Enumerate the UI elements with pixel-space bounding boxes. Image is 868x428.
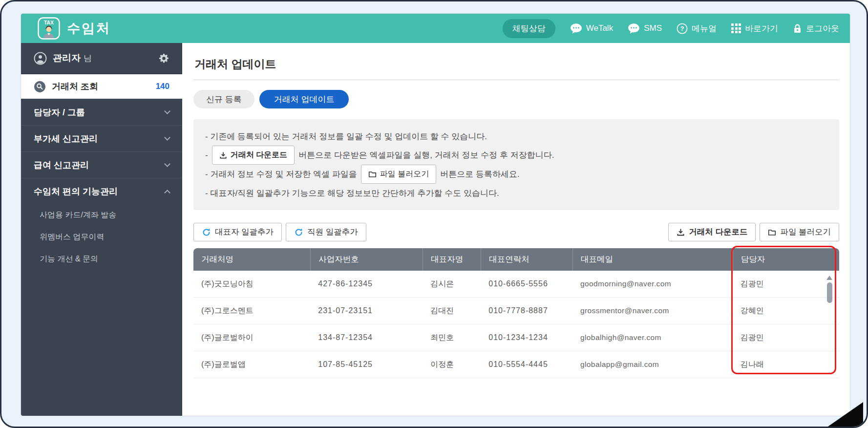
cell-ceo-email: globalhigh@naver.com [572,324,733,351]
chevron-down-icon [164,161,170,167]
top-bar: TAX 수임처 채팅상담 WeTalk [21,14,850,43]
info-box: - 기존에 등록되어 있는 거래처 정보를 일괄 수정 및 업데이트 할 수 있… [193,119,839,210]
tax-logo-icon: TAX [38,17,60,40]
cell-ceo-name: 최민호 [423,324,481,351]
question-circle-icon: ? [677,23,688,34]
cell-company-name: (주)글로벌하이 [193,324,310,351]
column-header-business-number: 사업자번호 [310,248,423,271]
cell-company-name: (주)그로스멘트 [193,298,310,324]
cell-manager: 김광민 [733,271,839,297]
table-row[interactable]: (주)글로벌하이 134-87-12354 최민호 010-1234-1234 … [193,324,839,351]
action-bar: 대표자 일괄추가 직원 일괄추가 거래처 다운로드 [193,223,839,241]
column-header-ceo-email: 대표메일 [572,248,733,271]
manual-button[interactable]: ? 메뉴얼 [677,23,717,34]
shortcut-button[interactable]: 바로가기 [731,23,778,34]
sidebar-subitem-wemembers-history[interactable]: 위멤버스 업무이력 [21,226,182,248]
magnifier-icon [34,81,46,93]
folder-icon [768,228,776,236]
chevron-down-icon [164,108,170,114]
svg-text:?: ? [680,25,684,32]
cell-manager: 김나래 [733,351,839,378]
bulk-add-staff-button[interactable]: 직원 일괄추가 [286,223,366,241]
chat-bubble-icon [570,23,582,34]
cell-company-name: (주)굿모닝아침 [193,271,310,297]
sidebar: 관리자 님 거래처 조회 140 담당자 / 그룹 [21,43,182,416]
svg-text:TAX: TAX [44,20,54,25]
app-window: TAX 수임처 채팅상담 WeTalk [21,14,850,416]
profile-name: 관리자 [53,52,81,64]
sidebar-item-managers-groups[interactable]: 담당자 / 그룹 [21,99,182,125]
cell-manager: 김광민 [733,324,839,351]
info-line-1: - 기존에 등록되어 있는 거래처 정보를 일괄 수정 및 업데이트 할 수 있… [205,127,827,146]
sidebar-subitem-feature-inquiry[interactable]: 기능 개선 & 문의 [21,248,182,270]
sms-button[interactable]: SMS [628,23,662,34]
cell-business-number: 231-07-23151 [310,298,423,324]
user-icon [34,52,47,65]
chevron-up-icon [164,190,170,196]
sidebar-item-vat-report[interactable]: 부가세 신고관리 [21,125,182,151]
cell-ceo-email: grossmentor@naver.com [572,298,733,324]
clients-table: 거래처명 사업자번호 대표자명 대표연락처 대표메일 담당자 (주)굿모닝아침 … [193,248,839,378]
chat-consult-button[interactable]: 채팅상담 [503,19,555,38]
screenshot-frame: TAX 수임처 채팅상담 WeTalk [0,0,868,428]
column-header-ceo-name: 대표자명 [423,248,481,271]
profile-row: 관리자 님 [21,43,182,74]
top-menu: 채팅상담 WeTalk SMS ? [503,19,839,38]
cell-ceo-name: 김대진 [423,298,481,324]
column-header-manager: 담당자 [733,248,839,271]
cell-ceo-phone: 010-6665-5556 [481,271,572,297]
cell-business-number: 427-86-12345 [310,271,423,297]
cell-ceo-phone: 010-5554-4445 [481,351,572,378]
sidebar-item-client-search[interactable]: 거래처 조회 140 [21,74,182,99]
table-row[interactable]: (주)그로스멘트 231-07-23151 김대진 010-7778-8887 … [193,298,839,324]
sidebar-item-convenience-functions[interactable]: 수임처 편의 기능관리 [21,178,182,204]
chat-bubble-icon [628,23,640,34]
tab-client-update[interactable]: 거래처 업데이트 [259,90,349,108]
grid-icon [731,23,741,33]
cell-business-number: 107-85-45125 [310,351,423,378]
cell-ceo-email: goodmorning@naver.com [572,271,733,297]
table-row[interactable]: (주)굿모닝아침 427-86-12345 김시은 010-6665-5556 … [193,271,839,298]
scroll-up-arrow-icon[interactable] [826,276,832,280]
app-title: 수임처 [67,20,111,37]
cell-ceo-name: 이정훈 [423,351,481,378]
gear-icon[interactable] [158,53,169,64]
info-line-4: - 대표자/직원 일괄추가 기능으로 해당 정보보만 간단하게 추가할 수도 있… [205,184,827,202]
tab-new-registration[interactable]: 신규 등록 [193,90,254,108]
logout-button[interactable]: 로그아웃 [793,23,839,34]
sidebar-subitem-card-account-send[interactable]: 사업용 카드/계좌 발송 [21,204,182,226]
info-line-2: - 거래처 다운로드 버튼으로 다운받은 엑셀파일을 실행, 거래처 정보 수정… [205,146,827,165]
column-header-ceo-phone: 대표연락처 [481,248,572,271]
cell-ceo-phone: 010-7778-8887 [481,298,572,324]
download-icon [219,151,227,159]
download-icon [677,228,685,236]
cell-manager: 강혜인 [733,298,839,324]
sidebar-item-payroll-report[interactable]: 급여 신고관리 [21,151,182,178]
load-file-button[interactable]: 파일 불러오기 [361,165,436,184]
page-title: 거래처 업데이트 [193,55,839,80]
table-scrollbar[interactable] [826,276,833,303]
folder-icon [368,170,377,178]
main-content: 거래처 업데이트 신규 등록 거래처 업데이트 - 기존에 등록되어 있는 거래… [182,43,850,416]
download-clients-button[interactable]: 거래처 다운로드 [212,146,295,165]
table-row[interactable]: (주)글로벌앱 107-85-45125 이정훈 010-5554-4445 g… [193,351,839,378]
lock-icon [793,23,802,34]
refresh-icon [294,228,303,237]
info-line-3: - 거래처 정보 수정 및 저장한 엑셀 파일을 파일 불러오기 버튼으로 등록… [205,165,827,184]
count-badge: 140 [156,82,169,91]
cell-company-name: (주)글로벌앱 [193,351,310,378]
profile-suffix: 님 [84,53,92,64]
scrollbar-thumb[interactable] [827,282,832,303]
table-header: 거래처명 사업자번호 대표자명 대표연락처 대표메일 담당자 [193,248,839,271]
load-file-button[interactable]: 파일 불러오기 [760,223,839,241]
chevron-down-icon [164,134,170,141]
refresh-icon [202,228,211,237]
wetalk-button[interactable]: WeTalk [570,23,613,34]
column-header-company-name: 거래처명 [193,248,310,271]
cell-ceo-phone: 010-1234-1234 [481,324,572,351]
cell-ceo-name: 김시은 [423,271,481,297]
tab-bar: 신규 등록 거래처 업데이트 [193,90,839,108]
cell-ceo-email: globalapp@gmail.com [572,351,733,378]
bulk-add-ceo-button[interactable]: 대표자 일괄추가 [193,223,282,241]
download-clients-button[interactable]: 거래처 다운로드 [668,223,756,241]
